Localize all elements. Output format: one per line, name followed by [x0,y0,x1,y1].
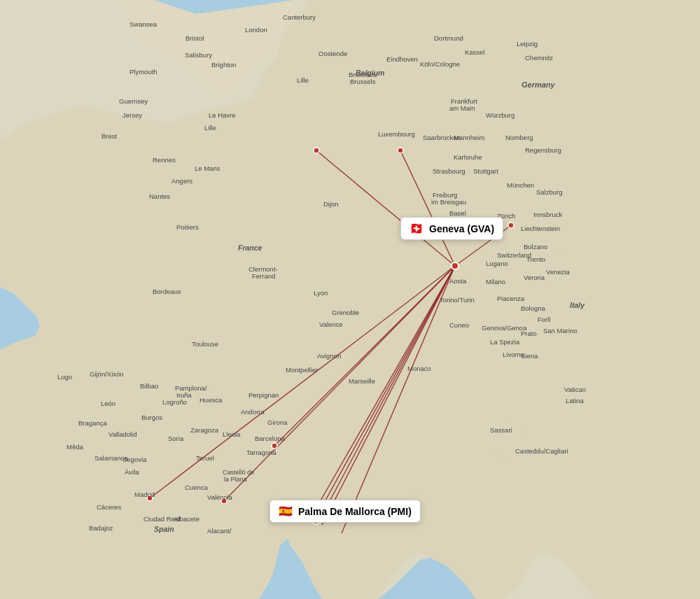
svg-text:am Main: am Main [449,104,475,112]
svg-text:València: València [207,493,232,501]
svg-text:Italy: Italy [570,301,585,309]
svg-text:Barcelona: Barcelona [255,435,285,442]
svg-text:Sassari: Sassari [490,426,512,434]
geneva-popup: 🇨🇭 Geneva (GVA) [400,217,503,240]
svg-text:Eindhoven: Eindhoven [386,55,418,63]
svg-text:Burgos: Burgos [141,414,162,421]
svg-text:Monaco: Monaco [407,365,431,372]
svg-text:Cuenca: Cuenca [185,484,208,491]
svg-text:Gijón/Xixón: Gijón/Xixón [90,370,124,378]
svg-text:Latina: Latina [566,397,584,404]
svg-text:Toulouse: Toulouse [192,340,218,348]
svg-text:Valence: Valence [319,320,343,328]
svg-text:Tarragona: Tarragona [246,449,276,456]
svg-text:München: München [507,181,534,189]
geneva-flag: 🇨🇭 [410,222,424,235]
svg-text:Innsbruck: Innsbruck [533,211,562,218]
svg-text:Montpellier: Montpellier [286,366,318,374]
svg-text:Venezia: Venezia [546,268,570,276]
svg-text:Bologna: Bologna [521,304,546,312]
svg-text:Vatican: Vatican [564,386,586,393]
svg-text:Salzburg: Salzburg [536,188,563,196]
svg-text:im Breisgau: im Breisgau [431,198,466,206]
svg-text:Nürnberg: Nürnberg [505,134,533,141]
svg-text:Avignon: Avignon [317,352,341,360]
svg-text:Forlì: Forlì [538,316,551,323]
svg-text:Bristol: Bristol [186,34,204,42]
svg-text:San Marino: San Marino [543,327,578,334]
svg-text:Chemnitz: Chemnitz [525,54,553,62]
svg-text:La Spezia: La Spezia [490,338,520,346]
svg-text:Brighton: Brighton [211,61,236,69]
svg-text:Würzburg: Würzburg [486,111,514,119]
svg-text:Albacete: Albacete [174,515,200,523]
map-container: Canterbury London Bristol Swansea Plymou… [0,0,700,599]
svg-text:Lille: Lille [297,76,309,84]
svg-text:Karlsruhe: Karlsruhe [454,153,482,161]
svg-text:Aosta: Aosta [449,277,467,285]
svg-text:Rennes: Rennes [153,156,176,164]
svg-text:Köln/Cologne: Köln/Cologne [420,60,460,68]
svg-text:Perpignan: Perpignan [248,391,279,399]
svg-text:la Plana: la Plana [224,476,247,483]
svg-text:Basel: Basel [449,209,466,217]
svg-text:Castelló de: Castelló de [223,469,254,476]
svg-text:France: France [238,244,262,252]
svg-text:Angers: Angers [172,177,192,185]
svg-point-12 [451,262,458,269]
svg-point-15 [508,223,514,228]
svg-text:Madrid: Madrid [134,491,155,498]
svg-text:Regensburg: Regensburg [525,146,561,154]
svg-text:Saarbrücken: Saarbrücken [423,134,461,141]
svg-text:Badajoz: Badajoz [89,524,113,532]
svg-text:Dortmund: Dortmund [434,34,463,42]
svg-text:Prato: Prato [521,330,537,337]
svg-text:Poitiers: Poitiers [176,223,199,231]
svg-text:Casteddu/Cagliari: Casteddu/Cagliari [515,447,568,455]
svg-text:Verona: Verona [524,274,545,281]
svg-text:Leipzig: Leipzig [517,40,538,48]
svg-text:London: London [245,26,267,34]
svg-text:Soria: Soria [168,435,184,442]
svg-text:Liechtenstein: Liechtenstein [521,225,560,232]
svg-text:Trento: Trento [526,255,545,263]
svg-text:Mêda: Mêda [66,443,83,451]
svg-text:Cáceres: Cáceres [97,503,122,511]
svg-text:Livorno: Livorno [503,351,524,358]
svg-text:Spain: Spain [154,525,174,533]
svg-text:Oostende: Oostende [318,50,347,57]
svg-text:Le Havre: Le Havre [209,111,236,119]
svg-text:Belgium: Belgium [356,69,384,77]
svg-text:Segovia: Segovia [122,456,147,463]
svg-text:Zaragoza: Zaragoza [190,426,219,434]
svg-text:Cuneo: Cuneo [449,321,469,329]
svg-text:Valladolid: Valladolid [108,430,137,438]
svg-text:Jersey: Jersey [122,111,142,119]
svg-point-14 [398,148,403,153]
svg-text:Marseille: Marseille [349,377,375,385]
svg-text:Lille: Lille [204,124,216,132]
svg-text:Girona: Girona [267,418,288,426]
svg-text:Plymouth: Plymouth [130,68,158,76]
svg-text:Piacenza: Piacenza [497,295,525,302]
svg-text:Le Mans: Le Mans [195,164,220,172]
svg-text:Milano: Milano [486,278,505,286]
palma-label: Palma De Mallorca (PMI) [298,506,412,517]
svg-text:Bordeaux: Bordeaux [153,288,181,295]
svg-text:Nantes: Nantes [149,192,170,200]
svg-text:Andorra: Andorra [241,408,265,416]
svg-text:Dijon: Dijon [323,200,339,208]
svg-text:Logroño: Logroño [162,398,187,406]
svg-text:Teruel: Teruel [196,454,214,462]
svg-text:Canterbury: Canterbury [283,13,316,21]
svg-text:Brussels: Brussels [350,78,376,85]
svg-text:Bragança: Bragança [78,419,107,427]
svg-text:Luxembourg: Luxembourg [378,130,415,138]
palma-popup: 🇪🇸 Palma De Mallorca (PMI) [270,500,421,523]
svg-text:Strasbourg: Strasbourg [433,167,465,175]
svg-text:Huesca: Huesca [200,396,223,404]
svg-text:Lugano: Lugano [486,260,508,267]
svg-text:Grenoble: Grenoble [332,309,359,316]
svg-text:Salisbury: Salisbury [185,51,212,59]
svg-text:Alacant/: Alacant/ [207,527,232,535]
